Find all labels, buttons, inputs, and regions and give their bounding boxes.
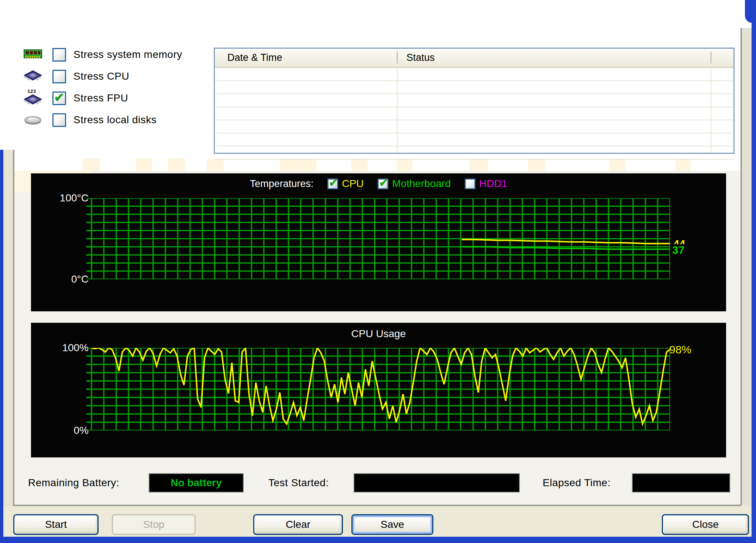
log-table-row: [215, 107, 733, 121]
window-border-right: [752, 0, 756, 543]
check-icon: ✔: [379, 176, 388, 189]
battery-label: Remaining Battery:: [28, 473, 119, 492]
cpu-axis-max-label: 100%: [41, 342, 89, 354]
elapsed-time-label: Elapsed Time:: [543, 473, 611, 492]
watermark-square: [528, 159, 545, 171]
stress-fpu-checkbox[interactable]: ✔: [52, 91, 66, 105]
cpu-series-checkbox[interactable]: ✔: [327, 179, 338, 189]
stress-memory-label: Stress system memory: [73, 49, 182, 60]
cpu-usage-current-value: 98%: [669, 343, 691, 356]
event-log-header: Date & Time Status: [215, 49, 733, 68]
stress-disks-checkbox[interactable]: ✔: [52, 113, 66, 127]
window-margin-right: [742, 28, 752, 537]
log-table-row: [215, 120, 733, 134]
watermark-square: [609, 159, 625, 171]
header-divider: [711, 52, 711, 63]
stress-option-fpu[interactable]: 123 ✔ Stress FPU: [22, 89, 229, 108]
hdd1-series-label: HDD1: [479, 178, 507, 190]
fpu-icon: 123: [22, 90, 44, 107]
test-started-value-box: [354, 473, 520, 492]
header-divider: [397, 52, 398, 63]
column-header-status[interactable]: Status: [406, 52, 435, 63]
elapsed-time-value-box: [632, 473, 730, 492]
legend-toggle-cpu[interactable]: ✔ CPU: [327, 178, 364, 190]
stress-fpu-label: Stress FPU: [73, 92, 128, 104]
temperature-legend: Temperatures: ✔ CPU ✔ Motherboard ✔ HDD1: [31, 178, 726, 190]
battery-value: No battery: [171, 477, 221, 489]
window-margin-left: [3, 150, 13, 537]
cpu-usage-title: CPU Usage: [31, 328, 726, 340]
log-table-row: [215, 134, 733, 147]
log-table-row: [215, 81, 733, 94]
start-button[interactable]: Start: [13, 514, 99, 535]
watermark-square: [83, 159, 100, 171]
column-header-datetime[interactable]: Date & Time: [227, 52, 282, 63]
window-border-corner: [745, 0, 756, 23]
motherboard-series-checkbox[interactable]: ✔: [378, 179, 388, 189]
watermark-square: [168, 159, 185, 171]
event-log-table: Date & Time Status: [214, 48, 735, 154]
watermark-square: [351, 159, 368, 171]
stop-button[interactable]: Stop: [112, 514, 196, 535]
save-button[interactable]: Save: [351, 514, 433, 535]
panel-edge-left: [13, 150, 14, 505]
cpu-usage-graph-panel: CPU Usage 100% 0% 98%: [31, 323, 726, 457]
cpu-usage-chart: [86, 348, 670, 430]
temp-axis-max-label: 100°C: [41, 192, 89, 204]
temperature-chart: [86, 198, 670, 279]
stress-option-disks[interactable]: ✔ Stress local disks: [22, 110, 229, 129]
stress-cpu-checkbox[interactable]: ✔: [52, 70, 66, 83]
temperature-legend-caption: Temperatures:: [250, 178, 314, 190]
watermark-square: [676, 159, 690, 171]
memory-icon: [22, 46, 44, 63]
stress-cpu-label: Stress CPU: [73, 70, 129, 82]
temp-axis-min-label: 0°C: [41, 273, 89, 285]
stability-test-window: ✔ Stress system memory ✔ Stress CPU 123 …: [0, 0, 756, 543]
watermark-square: [280, 159, 317, 171]
test-started-label: Test Started:: [268, 473, 329, 492]
motherboard-temp-current-value: 37: [672, 244, 684, 256]
stress-memory-checkbox[interactable]: ✔: [52, 48, 66, 62]
battery-value-box: No battery: [149, 473, 244, 492]
svg-text:123: 123: [27, 89, 36, 94]
window-border-bottom: [0, 537, 756, 543]
watermark-square: [397, 159, 412, 171]
clear-button[interactable]: Clear: [253, 514, 343, 535]
watermark-square: [136, 159, 152, 171]
log-table-row: [215, 146, 733, 160]
stress-disks-label: Stress local disks: [73, 114, 157, 126]
stress-option-memory[interactable]: ✔ Stress system memory: [22, 45, 229, 64]
disk-icon: [22, 111, 44, 128]
legend-toggle-motherboard[interactable]: ✔ Motherboard: [378, 178, 451, 190]
temperature-graph-panel: Temperatures: ✔ CPU ✔ Motherboard ✔ HDD1…: [31, 173, 726, 311]
cpu-icon: [22, 68, 44, 85]
cpu-axis-min-label: 0%: [41, 425, 89, 436]
stress-option-cpu[interactable]: ✔ Stress CPU: [22, 67, 229, 86]
legend-toggle-hdd1[interactable]: ✔ HDD1: [465, 178, 507, 190]
close-button[interactable]: Close: [662, 514, 749, 535]
watermark-square: [207, 159, 224, 171]
watermark-square: [470, 159, 488, 171]
check-icon: ✔: [54, 90, 65, 105]
window-border-left: [0, 150, 3, 543]
motherboard-series-label: Motherboard: [392, 178, 451, 190]
check-icon: ✔: [329, 176, 338, 189]
log-table-row: [215, 68, 733, 81]
cpu-series-label: CPU: [342, 178, 364, 190]
event-log-body: [215, 68, 733, 153]
cpu-temp-current-value: 44: [673, 239, 685, 244]
hdd1-series-checkbox[interactable]: ✔: [465, 179, 475, 189]
log-table-row: [215, 94, 733, 107]
